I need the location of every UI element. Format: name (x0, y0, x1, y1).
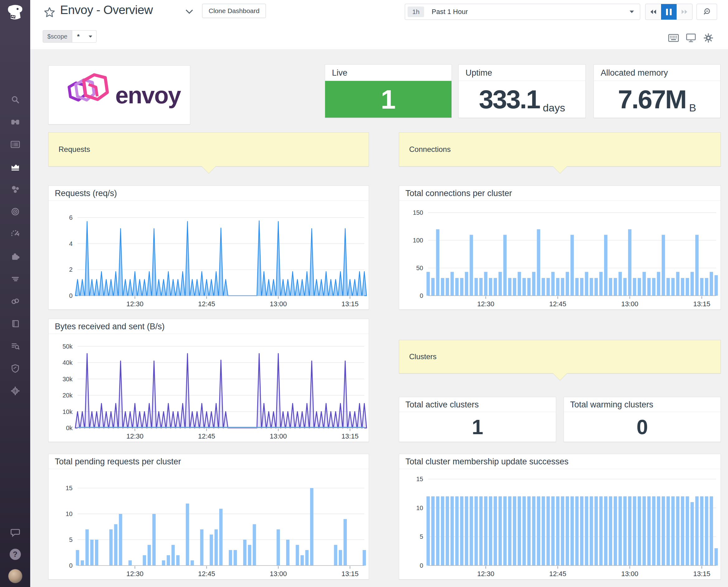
svg-text:10: 10 (66, 511, 72, 517)
bytes-chart-title: Bytes received and sent (B/s) (49, 319, 369, 334)
sidebar-item-network-globe-icon[interactable] (0, 380, 30, 402)
playback-controls (645, 4, 692, 20)
bytes-chart[interactable]: 0k10k20k30k40k50k12:3012:4513:0013:15 (49, 334, 369, 442)
connections-chart[interactable]: 05010015012:3012:4513:0013:15 (399, 201, 721, 309)
clone-dashboard-button[interactable]: Clone Dashboard (202, 4, 266, 18)
sidebar-item-monitors-target-icon[interactable] (0, 201, 30, 223)
chat-bubble-icon[interactable] (0, 522, 30, 543)
time-range-selector[interactable]: 1h Past 1 Hour (405, 4, 640, 20)
svg-text:12:45: 12:45 (198, 432, 215, 440)
live-value: 1 (381, 84, 396, 115)
svg-text:12:45: 12:45 (549, 570, 566, 578)
help-icon[interactable]: ? (0, 543, 30, 565)
sidebar-item-dashboards-area-chart-icon[interactable] (0, 156, 30, 178)
svg-text:12:45: 12:45 (198, 570, 215, 578)
svg-text:50k: 50k (63, 343, 73, 350)
fast-forward-button[interactable] (677, 4, 692, 20)
uptime-unit: days (543, 102, 565, 118)
sidebar-item-infrastructure-hexagons-icon[interactable] (0, 178, 30, 201)
sidebar-item-metrics-gauge-icon[interactable] (0, 223, 30, 245)
tv-mode-icon[interactable] (685, 32, 697, 44)
requests-chart-card: Requests (req/s) 024612:3012:4513:0013:1… (48, 186, 369, 310)
sidebar-item-search-icon[interactable] (0, 88, 30, 111)
svg-text:13:00: 13:00 (270, 300, 287, 308)
requests-chart-title: Requests (req/s) (49, 186, 369, 201)
svg-text:20k: 20k (63, 392, 73, 399)
active-clusters-value: 1 (472, 415, 483, 439)
warming-clusters-value-area[interactable]: 0 (564, 412, 721, 442)
svg-text:30k: 30k (63, 376, 73, 382)
rewind-button[interactable] (645, 4, 661, 20)
memory-query-value-card: Allocated memory 7.67M B (593, 65, 721, 118)
svg-text:6: 6 (69, 214, 72, 221)
keyboard-shortcuts-icon[interactable] (668, 32, 679, 44)
sidebar-nav (0, 88, 30, 402)
svg-text:0: 0 (420, 292, 423, 299)
active-clusters-value-area[interactable]: 1 (399, 412, 556, 442)
sidebar-item-apm-trace-lines-icon[interactable] (0, 268, 30, 290)
page-title: Envoy - Overview (60, 3, 153, 17)
favorite-star-icon[interactable] (43, 6, 56, 19)
requests-note-text: Requests (59, 145, 90, 154)
svg-text:100: 100 (413, 237, 423, 244)
svg-text:10k: 10k (63, 408, 73, 415)
connections-chart-title: Total connections per cluster (399, 186, 721, 201)
svg-text:13:00: 13:00 (270, 570, 287, 578)
svg-text:13:15: 13:15 (693, 300, 710, 308)
svg-text:50: 50 (416, 264, 423, 272)
svg-text:13:00: 13:00 (270, 432, 287, 440)
pause-button[interactable] (661, 4, 677, 20)
membership-chart[interactable]: 05101512:3012:4513:0013:15 (399, 469, 721, 579)
sidebar-item-notebooks-book-icon[interactable] (0, 312, 30, 335)
warming-clusters-title: Total warming clusters (564, 397, 721, 412)
svg-text:12:45: 12:45 (549, 300, 566, 308)
user-avatar[interactable] (0, 565, 30, 587)
svg-text:12:30: 12:30 (127, 570, 143, 578)
memory-value-area[interactable]: 7.67M B (594, 81, 720, 118)
question-mark-glyph: ? (10, 549, 21, 560)
svg-text:5: 5 (420, 533, 423, 540)
bytes-chart-card: Bytes received and sent (B/s) 0k10k20k30… (48, 319, 369, 442)
pending-requests-chart[interactable]: 05101512:3012:4513:0013:15 (49, 469, 369, 579)
active-clusters-title: Total active clusters (399, 397, 556, 412)
requests-note-banner: Requests (48, 132, 369, 166)
sidebar-item-integrations-puzzle-icon[interactable] (0, 245, 30, 268)
scope-variable-label: $scope (43, 30, 72, 43)
svg-text:13:15: 13:15 (341, 300, 358, 308)
warming-clusters-value: 0 (636, 415, 648, 439)
sidebar-item-synthetics-links-icon[interactable] (0, 290, 30, 312)
zoom-out-button[interactable] (697, 4, 717, 20)
sidebar-item-binoculars-icon[interactable] (0, 111, 30, 133)
live-value-area[interactable]: 1 (325, 81, 452, 118)
sidebar-item-logs-search-icon[interactable] (0, 335, 30, 357)
uptime-value-area[interactable]: 333.1 days (459, 81, 585, 118)
memory-value: 7.67M (618, 84, 686, 115)
warming-clusters-card: Total warming clusters 0 (564, 397, 721, 442)
svg-text:12:30: 12:30 (477, 570, 494, 578)
svg-text:40k: 40k (63, 359, 73, 366)
svg-text:4: 4 (69, 240, 72, 247)
sidebar-item-events-list-icon[interactable] (0, 133, 30, 156)
settings-gear-icon[interactable] (703, 32, 714, 44)
sidebar: ? (0, 0, 30, 587)
svg-text:5: 5 (69, 536, 72, 543)
scope-variable-value: * (72, 30, 85, 43)
avatar (8, 569, 22, 583)
svg-text:15: 15 (416, 475, 423, 483)
envoy-logo-text: envoy (115, 81, 181, 109)
requests-chart[interactable]: 024612:3012:4513:0013:15 (49, 201, 369, 309)
svg-text:13:15: 13:15 (341, 570, 358, 578)
svg-text:13:00: 13:00 (621, 570, 638, 578)
title-chevron-down-icon[interactable] (185, 9, 194, 16)
top-bar: Envoy - Overview Clone Dashboard 1h Past… (30, 0, 728, 49)
svg-text:0: 0 (69, 562, 72, 569)
uptime-card-title: Uptime (459, 65, 585, 81)
time-preset-chip: 1h (408, 6, 424, 17)
datadog-logo-icon[interactable] (6, 3, 24, 22)
template-variable-scope[interactable]: $scope * (43, 30, 96, 43)
envoy-logo-icon (58, 72, 111, 118)
pending-requests-chart-title: Total pending requests per cluster (49, 454, 369, 469)
svg-text:150: 150 (413, 209, 423, 216)
svg-text:12:30: 12:30 (127, 300, 143, 308)
sidebar-item-security-shield-icon[interactable] (0, 357, 30, 380)
